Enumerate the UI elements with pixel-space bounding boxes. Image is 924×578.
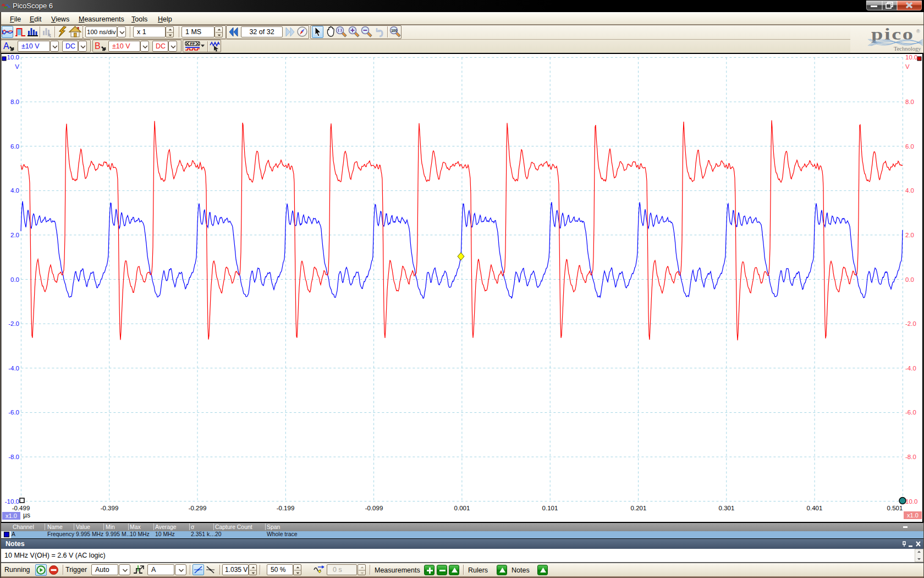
- svg-text:FF: FF: [190, 41, 196, 46]
- svg-text:100: 100: [391, 29, 397, 32]
